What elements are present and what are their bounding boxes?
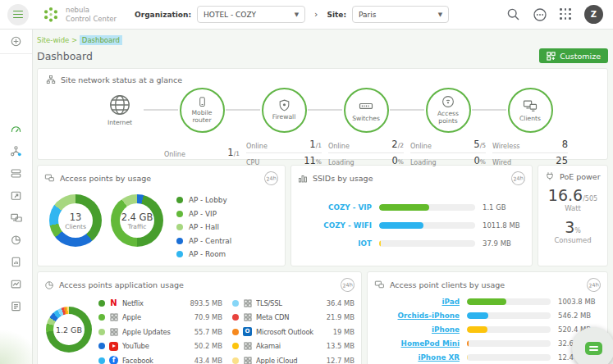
usage-bar-link[interactable]: iPad	[374, 298, 460, 306]
usage-bar-link[interactable]: iPhone	[374, 325, 460, 334]
usage-bar-link[interactable]: COZY - WIFI	[298, 221, 372, 230]
legend-dot	[98, 300, 105, 307]
sidebar-watermark	[0, 298, 33, 364]
usage-bar-link[interactable]: IOT	[298, 239, 372, 248]
sidebar-item-dashboard[interactable]	[0, 118, 32, 140]
app-usage-legend-col1: NNetflix893.5 MBApple70.9 MBApple Update…	[98, 298, 222, 364]
status-node-clients[interactable]: ClientsWireless8Wired25	[489, 87, 571, 169]
client-bars: iPad1003.8 MBOrchids-iPhone546.2 MBiPhon…	[374, 298, 601, 362]
usage-bar-row: iPad1003.8 MB	[374, 298, 601, 306]
usage-bar-link[interactable]: COZY - VIP	[298, 203, 372, 212]
app-legend-item: NNetflix893.5 MB	[98, 298, 222, 307]
status-stat-value: 2/2	[391, 139, 404, 150]
status-node-firewall[interactable]: FirewallOnline1/1CPU11%	[243, 87, 325, 169]
app-legend-value: 19 MB	[333, 328, 355, 336]
legend-label: AP - Central	[189, 237, 231, 245]
grid-icon	[243, 342, 252, 351]
customize-button[interactable]: Customize	[539, 48, 608, 63]
breadcrumb-current[interactable]: Dashboard	[80, 35, 122, 45]
organization-label: Organization:	[135, 11, 191, 19]
sidebar-item-report[interactable]	[0, 251, 32, 273]
app-usage-title: Access points application usage	[59, 280, 184, 289]
chat-fab[interactable]	[572, 327, 613, 364]
chat-icon	[585, 342, 602, 355]
app-legend-value: 50.2 MB	[194, 342, 222, 350]
timeframe-badge[interactable]: 24h	[263, 171, 279, 186]
usage-bar-track	[379, 240, 475, 247]
sidebar-item-floorplan[interactable]	[0, 184, 32, 207]
ssid-usage-title: SSIDs by usage	[313, 174, 373, 183]
app-legend-item: Meta CDN21.9 MB	[232, 313, 355, 322]
grid-icon	[243, 298, 252, 307]
sitewide-icon[interactable]	[10, 30, 22, 52]
app-legend-value: 21.9 MB	[327, 313, 355, 321]
clients-usage-title: Access point clients by usage	[390, 280, 505, 289]
brand: nebula Control Center	[42, 6, 117, 24]
usage-bar-row: iPhone520.4 MB	[374, 325, 601, 334]
usage-bar-value: 1.1 GB	[483, 203, 525, 212]
legend-dot	[98, 343, 105, 349]
status-node-switches[interactable]: SwitchesOnline2/2Loading0%	[325, 87, 407, 169]
status-node-mobile-router[interactable]: Mobile routerOnline1/1	[161, 87, 243, 169]
usage-bar-fill	[379, 204, 429, 211]
usage-bar-row: COZY - WIFI1011.8 MB	[298, 221, 525, 230]
status-stat-value: 0%	[392, 155, 404, 166]
ssid-usage-card: SSIDs by usage 24h COZY - VIP1.1 GBCOZY …	[290, 165, 533, 266]
legend-dot	[176, 197, 183, 203]
app-usage-donut: 1.2 GB	[46, 307, 92, 353]
poe-power-card: PoE power 16.6/505 Watt 3% Consumed	[538, 165, 608, 266]
sidebar-item-clients[interactable]	[0, 207, 32, 229]
site-select[interactable]: Paris▼	[352, 6, 449, 23]
site-label: Site:	[327, 11, 346, 19]
app-legend-name: Facebook	[122, 357, 190, 364]
grid-icon	[243, 356, 252, 364]
usage-bar-link[interactable]: Orchids-iPhone	[374, 312, 460, 320]
sidebar-item-topology[interactable]	[0, 140, 32, 162]
donut-center-value: 1.2 GB	[56, 325, 82, 334]
app-legend-item: YouTube50.2 MB	[98, 342, 222, 351]
usage-bar-link[interactable]: HomePod Mini	[374, 339, 460, 348]
status-stat-value: 1/1	[227, 147, 240, 158]
legend-dot	[232, 343, 239, 349]
legend-item: AP - Lobby	[176, 196, 231, 204]
status-stat-label: CPU	[246, 159, 259, 166]
menu-icon[interactable]	[7, 4, 29, 25]
sidebar-item-usage[interactable]	[0, 229, 32, 251]
donut-center-value: 13	[70, 212, 82, 223]
app-usage-legend-col2: TLS/SSL36.4 MBMeta CDN21.9 MBOMicrosoft …	[232, 298, 355, 364]
timeframe-badge[interactable]: 24h	[340, 277, 355, 293]
poe-percent-sign: %	[574, 227, 581, 234]
status-stat-label: Online	[410, 143, 432, 150]
pie-chart-icon	[44, 280, 54, 290]
sidebar	[0, 30, 33, 364]
poe-watts-max: /505	[583, 195, 597, 202]
apps-grid-icon[interactable]	[560, 8, 572, 20]
ap-usage-legend: AP - LobbyAP - VIPAP - HallAP - CentralA…	[176, 196, 231, 258]
legend-label: AP - VIP	[189, 210, 217, 218]
app-legend-value: 55.7 MB	[194, 328, 222, 336]
globe-icon	[108, 93, 132, 117]
organization-select[interactable]: HOTEL - COZY▼	[197, 6, 305, 23]
help-icon[interactable]	[533, 7, 547, 22]
sidebar-item-monitor[interactable]	[0, 273, 32, 295]
status-node-stats: Online5/5Loading0%	[410, 137, 486, 169]
sidebar-item-devices[interactable]	[0, 162, 32, 184]
search-icon[interactable]	[506, 7, 520, 21]
status-node-label: Clients	[519, 116, 541, 123]
netflix-icon: N	[109, 298, 118, 307]
timeframe-badge[interactable]: 24h	[510, 171, 526, 186]
status-stat-row: Online5/5	[410, 137, 486, 153]
legend-label: AP - Room	[189, 250, 226, 258]
status-node-access-points[interactable]: Access pointsOnline5/5Loading0%	[407, 87, 489, 169]
legend-dot	[232, 357, 239, 364]
usage-bar-link[interactable]: iPhone XR	[374, 353, 460, 362]
sitemap-icon	[46, 75, 56, 84]
usage-bar-track	[467, 354, 551, 361]
avatar[interactable]: Z	[584, 5, 603, 24]
timeframe-badge[interactable]: 24h	[586, 277, 602, 293]
switch-icon	[358, 98, 374, 114]
breadcrumb-parent[interactable]: Site-wide >	[37, 36, 77, 44]
app-legend-name: Netflix	[122, 299, 185, 307]
app-legend-item: Apple iCloud12.7 MB	[232, 356, 355, 364]
app-legend-item: fFacebook43.4 MB	[98, 356, 222, 364]
